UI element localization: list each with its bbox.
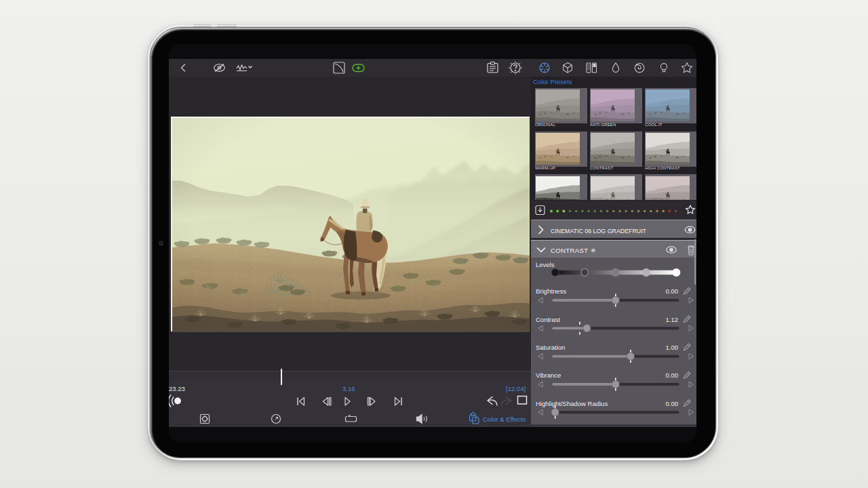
svg-text:CINEMATIC 06 LOG GRADEFRUIT: CINEMATIC 06 LOG GRADEFRUIT xyxy=(551,226,646,234)
svg-text:Levels: Levels xyxy=(536,261,555,268)
svg-text:Brightness: Brightness xyxy=(536,287,566,295)
svg-text:Highlight/Shadow Radius: Highlight/Shadow Radius xyxy=(536,399,608,407)
svg-text:1.12: 1.12 xyxy=(666,315,679,323)
svg-text:Vibrance: Vibrance xyxy=(536,371,561,379)
svg-text:0.00: 0.00 xyxy=(666,399,679,407)
svg-text:0.00: 0.00 xyxy=(666,287,679,295)
svg-text:0.00: 0.00 xyxy=(666,371,679,379)
svg-text:1.00: 1.00 xyxy=(666,344,679,351)
svg-text:Saturation: Saturation xyxy=(536,344,565,351)
svg-text:CONTRAST ✳: CONTRAST ✳ xyxy=(551,247,596,254)
svg-text:Contrast: Contrast xyxy=(536,315,560,323)
